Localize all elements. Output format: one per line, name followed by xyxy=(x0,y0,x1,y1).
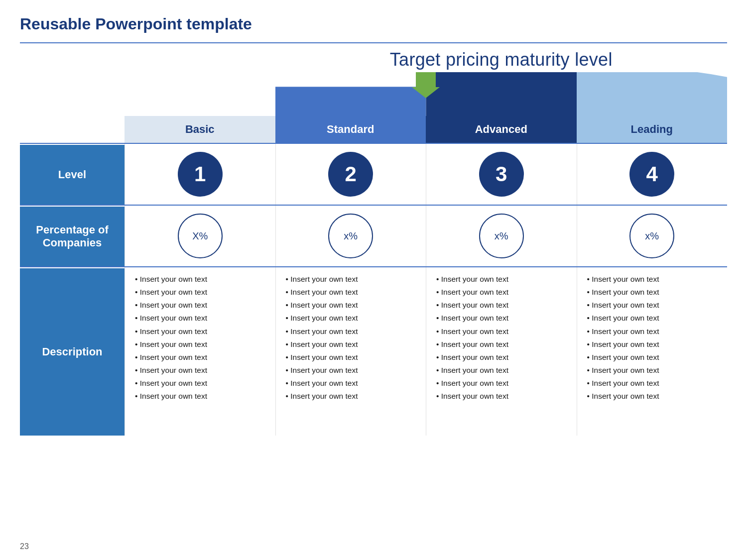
page: Reusable Powerpoint template Target pric… xyxy=(0,0,747,560)
desc-3-3: • Insert your own text xyxy=(436,300,567,310)
desc-3-5: • Insert your own text xyxy=(436,327,567,336)
desc-1-2: • Insert your own text xyxy=(135,287,265,297)
desc-3-1: • Insert your own text xyxy=(436,274,567,284)
svg-marker-0 xyxy=(412,72,440,98)
desc-1-6: • Insert your own text xyxy=(135,339,265,349)
desc-col-1: • Insert your own text • Insert your own… xyxy=(124,267,275,436)
desc-4-1: • Insert your own text xyxy=(587,274,718,284)
desc-2-10: • Insert your own text xyxy=(286,391,416,401)
maturity-shape xyxy=(275,72,728,116)
column-headers-row: Basic Standard Advanced Leading xyxy=(124,116,727,143)
desc-1-5: • Insert your own text xyxy=(135,327,265,336)
page-title: Reusable Powerpoint template xyxy=(20,15,727,33)
desc-3-2: • Insert your own text xyxy=(436,287,567,297)
desc-3-10: • Insert your own text xyxy=(436,391,567,401)
svg-rect-2 xyxy=(426,72,577,116)
col-header-leading: Leading xyxy=(577,116,728,143)
desc-2-5: • Insert your own text xyxy=(286,327,416,336)
level-cell-1: 1 xyxy=(124,144,275,205)
desc-2-8: • Insert your own text xyxy=(286,365,416,375)
col-header-basic: Basic xyxy=(124,116,275,143)
col-header-standard: Standard xyxy=(275,116,426,143)
desc-1-7: • Insert your own text xyxy=(135,352,265,362)
desc-2-3: • Insert your own text xyxy=(286,300,416,310)
percentage-row: Percentage of Companies X% x% x% xyxy=(20,205,727,266)
target-pricing-label: Target pricing maturity level xyxy=(390,49,613,70)
description-row-label-cell: Description xyxy=(20,267,124,436)
level-circle-2: 2 xyxy=(328,152,373,197)
page-number: 23 xyxy=(20,542,29,551)
pct-circle-1: X% xyxy=(178,214,223,258)
desc-col-4: • Insert your own text • Insert your own… xyxy=(577,267,728,436)
desc-3-6: • Insert your own text xyxy=(436,339,567,349)
main-content: Target pricing maturity level xyxy=(20,43,727,436)
desc-1-1: • Insert your own text xyxy=(135,274,265,284)
desc-3-8: • Insert your own text xyxy=(436,365,567,375)
pct-cell-4: x% xyxy=(577,206,728,266)
level-circle-4: 4 xyxy=(629,152,674,197)
desc-3-7: • Insert your own text xyxy=(436,352,567,362)
pct-circle-2: x% xyxy=(328,214,373,258)
percentage-label-line2: Companies xyxy=(36,236,109,249)
desc-4-4: • Insert your own text xyxy=(587,313,718,323)
pct-circle-4: x% xyxy=(629,214,674,258)
desc-4-5: • Insert your own text xyxy=(587,327,718,336)
desc-4-2: • Insert your own text xyxy=(587,287,718,297)
desc-4-9: • Insert your own text xyxy=(587,378,718,388)
pct-cell-3: x% xyxy=(426,206,577,266)
description-label: Description xyxy=(42,345,102,358)
desc-2-2: • Insert your own text xyxy=(286,287,416,297)
percentage-row-label-cell: Percentage of Companies xyxy=(20,206,124,266)
desc-2-7: • Insert your own text xyxy=(286,352,416,362)
desc-col-3: • Insert your own text • Insert your own… xyxy=(426,267,577,436)
desc-4-7: • Insert your own text xyxy=(587,352,718,362)
col-header-advanced: Advanced xyxy=(426,116,577,143)
desc-2-4: • Insert your own text xyxy=(286,313,416,323)
desc-3-9: • Insert your own text xyxy=(436,378,567,388)
level-cell-2: 2 xyxy=(275,144,426,205)
level-label: Level xyxy=(58,168,86,181)
level-circle-1: 1 xyxy=(178,152,223,197)
desc-2-1: • Insert your own text xyxy=(286,274,416,284)
desc-4-8: • Insert your own text xyxy=(587,365,718,375)
desc-4-3: • Insert your own text xyxy=(587,300,718,310)
level-cell-3: 3 xyxy=(426,144,577,205)
svg-rect-1 xyxy=(275,87,426,116)
desc-4-10: • Insert your own text xyxy=(587,391,718,401)
desc-1-9: • Insert your own text xyxy=(135,378,265,388)
pct-circle-3: x% xyxy=(479,214,524,258)
desc-3-4: • Insert your own text xyxy=(436,313,567,323)
desc-1-10: • Insert your own text xyxy=(135,391,265,401)
desc-col-2: • Insert your own text • Insert your own… xyxy=(275,267,426,436)
level-row: Level 1 2 3 4 xyxy=(20,143,727,205)
pct-cell-2: x% xyxy=(275,206,426,266)
desc-1-4: • Insert your own text xyxy=(135,313,265,323)
description-row: Description • Insert your own text • Ins… xyxy=(20,266,727,436)
desc-2-9: • Insert your own text xyxy=(286,378,416,388)
green-arrow-icon xyxy=(412,72,440,100)
desc-1-8: • Insert your own text xyxy=(135,365,265,375)
desc-1-3: • Insert your own text xyxy=(135,300,265,310)
level-cell-4: 4 xyxy=(577,144,728,205)
desc-2-6: • Insert your own text xyxy=(286,339,416,349)
level-circle-3: 3 xyxy=(479,152,524,197)
desc-4-6: • Insert your own text xyxy=(587,339,718,349)
level-row-label-cell: Level xyxy=(20,144,124,205)
pct-cell-1: X% xyxy=(124,206,275,266)
percentage-label-line1: Percentage of xyxy=(36,224,109,236)
